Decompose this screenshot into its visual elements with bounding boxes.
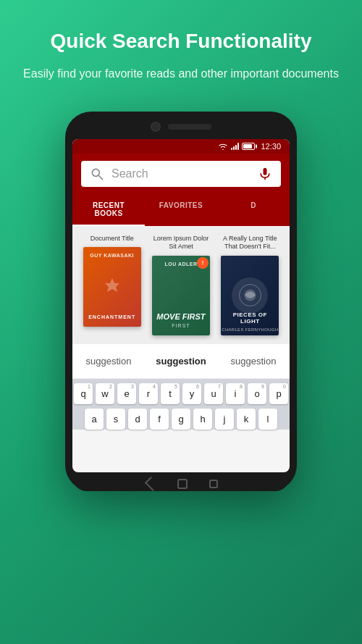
tab-favorites[interactable]: FAVORITES [145, 194, 217, 226]
book-title-3: PIECES OF LIGHT [221, 311, 279, 325]
phone-nav-bar [72, 477, 290, 491]
tabs-bar: RECENT BOOKS FAVORITES D [72, 194, 290, 226]
key-f[interactable]: f [150, 409, 169, 430]
battery-icon [242, 143, 255, 150]
key-d[interactable]: d [128, 409, 147, 430]
status-bar: 12:30 [72, 139, 290, 154]
wifi-icon [218, 143, 228, 150]
book-item-2[interactable]: Lorem Ipsum Dolor Sit Amet ! Lou Adler M… [148, 235, 213, 335]
book-item-1[interactable]: Document Title Guy Kawasaki Enchantment [80, 235, 144, 335]
phone-screen: 12:30 Search [72, 139, 290, 472]
tab-more[interactable]: D [217, 194, 290, 226]
suggestion-1[interactable]: suggestion [72, 353, 145, 369]
book-label-3: A Really Long Title That Doesn't Fit... [218, 235, 282, 251]
key-t[interactable]: 5t [161, 383, 180, 404]
key-h[interactable]: h [193, 409, 212, 430]
app-bar: Search [72, 154, 290, 194]
key-a[interactable]: a [85, 409, 104, 430]
suggestions-row: suggestion suggestion suggestion [72, 344, 290, 379]
feature-header: Quick Search Functionality Easily find y… [1, 0, 361, 97]
microphone-icon[interactable] [258, 167, 272, 181]
keyboard: 1q 2w 3e 4r 5t 6y 7u 8i 9o 0p a s [72, 379, 290, 430]
book-author-2: Lou Adler [152, 262, 210, 267]
signal-icon [231, 143, 239, 150]
key-r[interactable]: 4r [139, 383, 158, 404]
tab-recent-books[interactable]: RECENT BOOKS [72, 194, 145, 226]
book-circle-3 [232, 277, 268, 314]
svg-line-1 [99, 175, 103, 179]
book-title-1: Enchantment [83, 314, 141, 319]
nav-home-icon [177, 479, 188, 489]
key-w[interactable]: 2w [96, 383, 114, 404]
suggestion-2[interactable]: suggestion [145, 353, 217, 369]
search-bar[interactable]: Search [81, 161, 281, 187]
book-cover-3: PIECES OF LIGHT CHARLES FERNYHOUGH [221, 256, 279, 335]
key-i[interactable]: 8i [226, 383, 245, 404]
key-p[interactable]: 0p [269, 383, 288, 404]
key-g[interactable]: g [172, 409, 190, 430]
key-q[interactable]: 1q [74, 383, 93, 404]
book-cover-1: Guy Kawasaki Enchantment [83, 247, 141, 327]
books-grid: Document Title Guy Kawasaki Enchantment … [72, 226, 290, 344]
book-label-2: Lorem Ipsum Dolor Sit Amet [148, 235, 213, 251]
key-l[interactable]: l [258, 409, 277, 430]
key-u[interactable]: 7u [204, 383, 223, 404]
key-o[interactable]: 9o [248, 383, 266, 404]
key-e[interactable]: 3e [117, 383, 136, 404]
keyboard-row-1: 1q 2w 3e 4r 5t 6y 7u 8i 9o 0p [75, 383, 287, 404]
feature-subtitle: Easily find your favorite reads and othe… [23, 65, 339, 83]
status-time: 12:30 [261, 142, 281, 151]
nav-back-icon [145, 477, 159, 491]
suggestion-3[interactable]: suggestion [217, 353, 290, 369]
phone-top [72, 122, 290, 132]
book-title-2: MOVE FIRST [152, 312, 210, 321]
key-s[interactable]: s [106, 409, 125, 430]
bottom-sheet: suggestion suggestion suggestion 1q 2w 3… [72, 344, 290, 430]
book-icon-1 [101, 275, 123, 299]
status-icons: 12:30 [218, 142, 281, 151]
book-cover-2: ! Lou Adler MOVE FIRST FIRST [152, 256, 210, 335]
book-author-3: CHARLES FERNYHOUGH [221, 327, 279, 332]
book-item-3[interactable]: A Really Long Title That Doesn't Fit... … [218, 235, 282, 335]
phone-mockup: 12:30 Search [65, 112, 297, 491]
key-j[interactable]: j [215, 409, 234, 430]
book-label-1: Document Title [90, 235, 134, 243]
key-y[interactable]: 6y [182, 383, 201, 404]
feature-title: Quick Search Functionality [23, 29, 339, 54]
search-placeholder: Search [111, 167, 251, 180]
svg-rect-2 [264, 167, 267, 175]
keyboard-row-2: a s d f g h j k l [75, 409, 287, 430]
nav-recents-icon [209, 480, 218, 488]
svg-point-0 [92, 169, 99, 176]
book-author-1: Guy Kawasaki [83, 253, 141, 258]
phone-frame: 12:30 Search [65, 112, 297, 491]
phone-camera [151, 122, 161, 132]
key-k[interactable]: k [237, 409, 256, 430]
phone-speaker [168, 124, 211, 130]
book-subtitle-2: FIRST [152, 323, 210, 328]
search-icon [90, 167, 104, 181]
